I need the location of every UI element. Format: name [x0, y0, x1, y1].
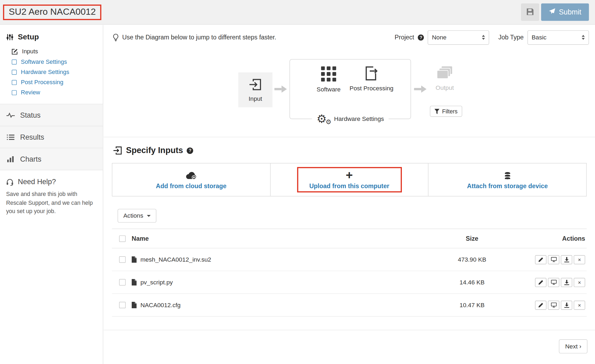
- file-import-icon: [113, 146, 122, 155]
- remove-file-button[interactable]: ×: [574, 300, 585, 310]
- download-file-button[interactable]: [561, 300, 572, 310]
- preview-file-button[interactable]: [548, 278, 559, 287]
- table-row: NACA0012.cfg 10.47 KB ×: [112, 294, 587, 317]
- diagram-step-hardware-settings[interactable]: ⚙⚙ Hardware Settings: [312, 113, 388, 125]
- monitor-icon: [551, 303, 556, 307]
- sidebar-item-status[interactable]: Status: [0, 104, 103, 126]
- edit-file-button[interactable]: [535, 255, 546, 264]
- pencil-icon: [538, 257, 543, 262]
- next-button[interactable]: Next ›: [559, 339, 587, 353]
- sidebar-section-label: Charts: [20, 155, 41, 163]
- section-divider: [104, 137, 595, 137]
- paper-plane-icon: [549, 8, 555, 17]
- upload-option-label: Attach from storage device: [467, 182, 548, 190]
- diagram-step-label: Software: [310, 86, 347, 93]
- checkbox-icon: [12, 59, 17, 64]
- upload-option-label: Add from cloud storage: [156, 182, 226, 190]
- download-file-button[interactable]: [561, 255, 572, 264]
- sidebar-item-post-processing[interactable]: Post Processing: [0, 77, 103, 88]
- sliders-icon: [6, 33, 14, 41]
- headset-icon: [6, 178, 14, 186]
- project-help-icon[interactable]: ?: [418, 34, 424, 40]
- specify-inputs-title: Specify Inputs: [126, 146, 183, 155]
- grid-icon: [321, 66, 336, 82]
- pulse-icon: [6, 112, 15, 118]
- diagram-step-input[interactable]: Input: [238, 72, 272, 107]
- file-icon: [132, 302, 137, 308]
- project-select-value: None: [432, 34, 446, 41]
- header-actions: Submit: [521, 3, 589, 21]
- file-name: pv_script.py: [140, 279, 173, 285]
- select-caret-icon: [582, 35, 585, 40]
- project-select[interactable]: None: [428, 30, 489, 44]
- stack-icon: [436, 66, 453, 80]
- diagram-step-post-processing[interactable]: Post Processing: [350, 66, 394, 92]
- sidebar-item-software-settings[interactable]: Software Settings: [0, 57, 103, 67]
- row-checkbox[interactable]: [119, 302, 126, 308]
- file-export-icon: [365, 66, 378, 80]
- cloud-upload-icon: [185, 170, 197, 180]
- download-file-button[interactable]: [561, 278, 572, 287]
- checkbox-icon: [12, 70, 17, 75]
- edit-file-button[interactable]: [535, 278, 546, 287]
- preview-file-button[interactable]: [548, 255, 559, 264]
- filters-label: Filters: [442, 108, 458, 114]
- caret-down-icon: [147, 215, 151, 217]
- pencil-icon: [538, 303, 543, 307]
- sidebar-item-label: Software Settings: [21, 58, 67, 65]
- submit-button[interactable]: Submit: [541, 3, 589, 21]
- sidebar-item-review[interactable]: Review: [0, 88, 103, 98]
- list-icon: [6, 134, 15, 140]
- column-header-actions: Actions: [562, 235, 585, 242]
- remove-file-button[interactable]: ×: [574, 255, 585, 264]
- select-all-checkbox[interactable]: [119, 235, 126, 242]
- job-type-select-value: Basic: [532, 34, 546, 41]
- job-type-select[interactable]: Basic: [527, 30, 589, 44]
- download-icon: [564, 302, 569, 308]
- job-title[interactable]: SU2 Aero NACA0012: [9, 6, 96, 17]
- add-from-cloud-storage-button[interactable]: Add from cloud storage: [112, 164, 270, 196]
- file-size: 10.47 KB: [430, 302, 514, 308]
- table-row: mesh_NACA0012_inv.su2 473.90 KB ×: [112, 248, 587, 271]
- edit-file-button[interactable]: [535, 300, 546, 310]
- toolbar-row: Use the Diagram below to jump to differe…: [104, 25, 595, 50]
- diagram-tip-text: Use the Diagram below to jump to differe…: [122, 34, 276, 41]
- table-row: pv_script.py 14.46 KB ×: [112, 271, 587, 294]
- diagram-step-output: Output: [426, 66, 464, 91]
- main-content: Use the Diagram below to jump to differe…: [104, 25, 595, 364]
- sidebar-item-hardware-settings[interactable]: Hardware Settings: [0, 67, 103, 77]
- sidebar-item-charts[interactable]: Charts: [0, 148, 103, 170]
- row-checkbox[interactable]: [119, 256, 126, 263]
- save-button[interactable]: [521, 3, 539, 21]
- specify-inputs-heading: Specify Inputs ?: [113, 146, 595, 155]
- sidebar-item-inputs[interactable]: Inputs: [0, 47, 103, 57]
- actions-dropdown-button[interactable]: Actions: [118, 209, 157, 222]
- arrow-right-icon: [414, 85, 427, 95]
- arrow-right-icon: [274, 85, 287, 95]
- bar-chart-icon: [6, 156, 15, 162]
- download-icon: [564, 257, 569, 262]
- diagram-step-software[interactable]: Software: [310, 66, 347, 93]
- monitor-icon: [551, 257, 556, 262]
- attach-from-storage-device-button[interactable]: Attach from storage device: [429, 164, 586, 196]
- remove-file-button[interactable]: ×: [574, 278, 585, 287]
- specify-inputs-help-icon[interactable]: ?: [187, 147, 193, 154]
- filters-button[interactable]: Filters: [430, 106, 462, 117]
- diagram-step-label: Hardware Settings: [334, 116, 384, 122]
- submit-label: Submit: [559, 8, 581, 16]
- checkbox-icon: [12, 80, 17, 85]
- monitor-icon: [551, 280, 556, 285]
- annotation-box-title: SU2 Aero NACA0012: [3, 4, 101, 20]
- need-help-title: Need Help?: [18, 178, 56, 186]
- upload-from-computer-button[interactable]: + Upload from this computer: [270, 164, 428, 196]
- diagram-step-label: Post Processing: [350, 84, 394, 92]
- app-window: SU2 Aero NACA0012 Submit Setup: [0, 0, 595, 364]
- row-checkbox[interactable]: [119, 279, 126, 285]
- sidebar-item-results[interactable]: Results: [0, 126, 103, 148]
- sidebar-section-label: Results: [20, 133, 44, 141]
- funnel-icon: [435, 109, 439, 114]
- preview-file-button[interactable]: [548, 300, 559, 310]
- sidebar-item-label: Review: [21, 89, 40, 96]
- file-icon: [132, 256, 137, 263]
- gears-icon: ⚙: [317, 113, 327, 124]
